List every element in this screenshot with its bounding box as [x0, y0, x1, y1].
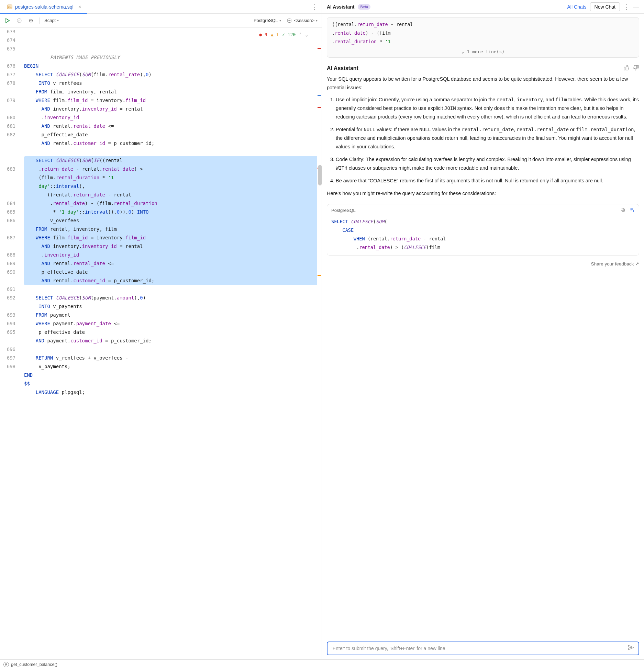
expand-lines-link[interactable]: ⌄ 1 more line(s): [332, 46, 634, 56]
code-line[interactable]: WHERE payment.payment_date <=: [24, 319, 317, 328]
tab-overflow-icon[interactable]: ⋮: [311, 3, 318, 11]
code-line[interactable]: INTO v_payments: [24, 302, 317, 311]
code-line[interactable]: [24, 285, 317, 294]
code-line[interactable]: v_payments;: [24, 362, 317, 371]
svg-text:P: P: [18, 19, 20, 22]
code-line[interactable]: LANGUAGE plpgsql;: [24, 388, 317, 397]
code-line[interactable]: $$: [24, 379, 317, 388]
code-line[interactable]: .return_date - rental.rental_date) >: [24, 165, 317, 173]
thumbs-down-icon[interactable]: [633, 65, 639, 72]
previous-code-snippet: ((rental.return_date - rental .rental_da…: [327, 17, 639, 58]
response-list-item: Potential for NULL values: If there are …: [336, 125, 639, 151]
code-block-lang: PostgreSQL: [331, 208, 356, 213]
code-line[interactable]: SELECT COALESCE(SUM(film.rental_rate),0): [24, 70, 317, 79]
code-line[interactable]: SELECT COALESCE(SUM(IF((rental: [24, 156, 317, 165]
code-line[interactable]: [24, 345, 317, 354]
ai-title: AI Assistant: [327, 4, 354, 10]
tab-bar: SQL postgres-sakila-schema.sql × ⋮: [0, 0, 322, 14]
chevron-down-icon: ▾: [57, 19, 59, 22]
ok-count: ✓ 120: [282, 30, 296, 39]
status-bar: R get_customer_balance(): [0, 659, 644, 669]
all-chats-link[interactable]: All Chats: [567, 4, 587, 10]
code-line[interactable]: AND rental.rental_date <=: [24, 122, 317, 131]
prev-issue-icon[interactable]: ⌃: [299, 30, 302, 39]
send-icon[interactable]: [628, 644, 634, 653]
session-select[interactable]: <session> ▾: [286, 17, 318, 24]
code-line[interactable]: INTO v_rentfees: [24, 79, 317, 88]
code-line[interactable]: AND rental.customer_id = p_customer_id;: [24, 276, 317, 285]
ai-conversation: ((rental.return_date - rental .rental_da…: [322, 14, 644, 639]
copy-icon[interactable]: [620, 207, 625, 213]
code-line[interactable]: day'::interval),: [24, 182, 317, 191]
code-line[interactable]: WHERE film.film_id = inventory.film_id: [24, 96, 317, 105]
thumbs-up-icon[interactable]: [623, 65, 630, 72]
code-line[interactable]: .inventory_id: [24, 251, 317, 259]
settings-icon[interactable]: [27, 17, 34, 24]
code-line[interactable]: WHERE film.film_id = inventory.film_id: [24, 234, 317, 242]
response-intro: Your SQL query appears to be written for…: [327, 75, 639, 92]
dialect-select[interactable]: PostgreSQL ▾: [254, 18, 281, 23]
svg-point-7: [288, 19, 291, 20]
code-line[interactable]: FROM payment: [24, 311, 317, 319]
inspection-summary[interactable]: ● 9 ▲ 1 ✓ 120 ⌃ ⌄: [257, 30, 310, 39]
response-list-item: Be aware that "COALESCE" returns the fir…: [336, 177, 639, 185]
svg-marker-2: [6, 19, 9, 23]
code-line[interactable]: AND inventory.inventory_id = rental: [24, 242, 317, 251]
scrollbar-thumb[interactable]: [318, 165, 322, 185]
svg-rect-9: [621, 208, 624, 211]
tab-progress-indicator: [0, 13, 87, 14]
script-select[interactable]: Script ▾: [44, 18, 59, 23]
code-line[interactable]: RETURN v_rentfees + v_overfees -: [24, 354, 317, 362]
code-line[interactable]: v_overfees: [24, 216, 317, 225]
beta-badge: Beta: [358, 4, 370, 10]
file-tab[interactable]: SQL postgres-sakila-schema.sql ×: [4, 4, 84, 10]
ai-overflow-icon[interactable]: ⋮: [623, 3, 630, 11]
code-line[interactable]: p_effective_date: [24, 328, 317, 337]
svg-text:SQL: SQL: [8, 6, 12, 8]
file-tab-label: postgres-sakila-schema.sql: [15, 4, 74, 10]
code-line[interactable]: END: [24, 371, 317, 379]
svg-rect-8: [622, 209, 625, 212]
code-line[interactable]: (film.rental_duration * '1: [24, 173, 317, 182]
code-line[interactable]: .inventory_id: [24, 113, 317, 122]
code-line[interactable]: p_effective_date: [24, 131, 317, 139]
code-line[interactable]: [24, 148, 317, 156]
sql-file-icon: SQL: [7, 4, 12, 10]
editor-toolbar: P Script ▾ PostgreSQL ▾: [0, 14, 322, 27]
run-profile-icon[interactable]: P: [16, 17, 23, 24]
code-line[interactable]: AND rental.rental_date <=: [24, 259, 317, 268]
svg-point-6: [31, 20, 32, 21]
share-feedback-link[interactable]: Share your feedback ↗: [322, 260, 644, 269]
new-chat-button[interactable]: New Chat: [590, 2, 620, 11]
code-line[interactable]: SELECT COALESCE(SUM(payment.amount),0): [24, 294, 317, 302]
close-tab-icon[interactable]: ×: [78, 4, 81, 10]
code-line[interactable]: ((rental.return_date - rental: [24, 191, 317, 199]
response-list-item: Use of implicit join: Currently, you're …: [336, 95, 639, 121]
error-count: ● 9: [259, 30, 267, 39]
response-list-item: Code Clarity: The expression for calcula…: [336, 155, 639, 172]
code-line[interactable]: AND inventory.inventory_id = rental: [24, 105, 317, 113]
suggested-code-block: PostgreSQL SELECT COALESCE(SUM( CASE WHE…: [327, 204, 639, 256]
code-line[interactable]: FROM rental, inventory, film: [24, 225, 317, 234]
code-line[interactable]: * '1 day'::interval)),0)),0) INTO: [24, 208, 317, 216]
ai-header: AI Assistant Beta All Chats New Chat ⋮ —: [322, 0, 644, 14]
code-line[interactable]: p_effective_date: [24, 268, 317, 276]
code-line[interactable]: BEGIN: [24, 62, 317, 70]
response-outro: Here's how you might re-write the query …: [327, 189, 639, 198]
chevron-down-icon: ▾: [316, 19, 318, 22]
code-line[interactable]: .rental_date) - (film.rental_duration: [24, 199, 317, 208]
routine-icon: R: [3, 662, 9, 667]
minimize-icon[interactable]: —: [633, 3, 639, 10]
code-line[interactable]: AND payment.customer_id = p_customer_id;: [24, 337, 317, 345]
ai-prompt-input[interactable]: 'Enter' to submit the query, 'Shift+Ente…: [327, 642, 639, 655]
insert-icon[interactable]: [630, 207, 635, 213]
marker-stripe[interactable]: [317, 27, 322, 659]
status-context[interactable]: get_customer_balance(): [11, 662, 57, 667]
chevron-down-icon: ▾: [279, 19, 281, 22]
run-icon[interactable]: [4, 17, 11, 24]
next-issue-icon[interactable]: ⌄: [305, 30, 308, 39]
code-line[interactable]: AND rental.customer_id = p_customer_id;: [24, 139, 317, 148]
code-line[interactable]: PAYMENTS MADE PREVIOUSLY: [24, 53, 317, 62]
code-line[interactable]: FROM film, inventory, rental: [24, 88, 317, 96]
code-editor[interactable]: 6736746756766776786796806816826836846856…: [0, 27, 322, 659]
